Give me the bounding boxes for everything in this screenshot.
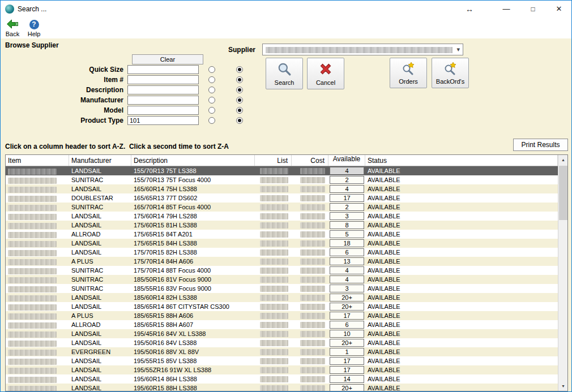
column-header-description[interactable]: Description: [131, 155, 255, 166]
table-row[interactable]: LANDSAIL195/50R16 84V LS38820+AVAILABLE: [6, 338, 558, 347]
table-row[interactable]: LANDSAIL195/60R14 86H LS38814AVAILABLE: [6, 374, 558, 384]
field-input[interactable]: [127, 65, 199, 74]
radio-left[interactable]: [208, 107, 215, 114]
column-header-item[interactable]: Item: [6, 155, 69, 166]
table-row[interactable]: LANDSAIL195/55R15 85V LS38817AVAILABLE: [6, 356, 558, 365]
backorders-button[interactable]: BackOrd's: [432, 58, 469, 88]
table-row[interactable]: SUNITRAC185/55R16 83V Focus 90003AVAILAB…: [6, 284, 558, 293]
redacted-block: [300, 195, 325, 201]
table-row[interactable]: DOUBLESTAR165/65R13 77T DS60217AVAILABLE: [6, 193, 558, 203]
cost-cell-redacted: [292, 357, 328, 365]
table-row[interactable]: ALLROAD185/65R15 88H A6076AVAILABLE: [6, 320, 558, 329]
item-cell-redacted: [6, 303, 69, 311]
table-row[interactable]: EVERGREEN195/50R16 88V XL 88V1AVAILABLE: [6, 347, 558, 356]
status-cell: AVAILABLE: [365, 339, 558, 346]
column-header-available[interactable]: Available: [328, 155, 365, 166]
redacted-block: [8, 368, 57, 374]
maximize-button[interactable]: □: [526, 3, 540, 15]
table-row[interactable]: LANDSAIL175/70R15 82H LS3886AVAILABLE: [6, 248, 558, 257]
status-cell: AVAILABLE: [365, 312, 558, 319]
table-row[interactable]: SUNITRAC175/70R14 88T Focus 40004AVAILAB…: [6, 266, 558, 275]
cost-cell-redacted: [292, 176, 328, 184]
redacted-block: [260, 277, 288, 283]
table-row[interactable]: LANDSAIL175/60R15 81H LS3888AVAILABLE: [6, 221, 558, 230]
list-cell-redacted: [255, 195, 292, 202]
form-field-row: Manufacturer: [1, 95, 267, 105]
available-count: 18: [330, 239, 364, 247]
table-row[interactable]: ALLROAD175/65R15 84T A2015AVAILABLE: [6, 230, 558, 239]
redacted-block: [260, 349, 288, 355]
field-label: Description: [1, 86, 127, 94]
cancel-button[interactable]: Cancel: [307, 58, 344, 89]
print-results-button[interactable]: Print Results: [513, 139, 568, 151]
radio-right[interactable]: [236, 76, 243, 83]
column-header-status[interactable]: Status: [365, 155, 558, 166]
table-row[interactable]: LANDSAIL175/60R14 79H LS2883AVAILABLE: [6, 212, 558, 221]
table-row[interactable]: LANDSAIL155/70R13 75T LS3884AVAILABLE: [6, 166, 558, 175]
column-header-manufacturer[interactable]: Manufacturer: [69, 155, 131, 166]
redacted-block: [300, 213, 325, 219]
back-button[interactable]: Back: [2, 19, 23, 38]
table-row[interactable]: SUNITRAC165/70R14 85T Focus 40002AVAILAB…: [6, 203, 558, 212]
list-cell-redacted: [255, 330, 292, 338]
field-input[interactable]: [127, 75, 199, 84]
redacted-block: [260, 313, 288, 319]
scroll-thumb[interactable]: [559, 166, 567, 220]
manufacturer-cell: LANDSAIL: [69, 240, 131, 247]
search-icon: [277, 62, 292, 77]
column-header-list[interactable]: List: [255, 155, 292, 166]
help-button[interactable]: ? Help: [23, 19, 45, 38]
cost-cell-redacted: [292, 376, 328, 383]
radio-right[interactable]: [236, 107, 243, 114]
redacted-block: [8, 313, 57, 320]
available-cell: 18: [328, 239, 365, 247]
table-row[interactable]: LANDSAIL195/60R15 88H LS38820+AVAILABLE: [6, 384, 558, 391]
radio-right[interactable]: [236, 66, 243, 73]
back-label: Back: [2, 31, 23, 37]
radio-right[interactable]: [236, 97, 243, 104]
table-row[interactable]: LANDSAIL195/45R16 84V XL LS38810AVAILABL…: [6, 329, 558, 338]
dock-arrows-icon[interactable]: ↔: [462, 3, 477, 15]
radio-left[interactable]: [208, 76, 215, 83]
radio-left[interactable]: [208, 117, 215, 124]
table-row[interactable]: LANDSAIL165/60R14 75H LS3884AVAILABLE: [6, 184, 558, 193]
available-cell: 17: [328, 194, 365, 202]
field-input[interactable]: [127, 96, 199, 105]
description-cell: 185/60R14 82H LS388: [131, 294, 255, 301]
table-row[interactable]: A PLUS175/70R14 84H A60613AVAILABLE: [6, 257, 558, 266]
scroll-down-icon[interactable]: ▼: [558, 381, 568, 391]
field-input[interactable]: [127, 116, 199, 125]
clear-button[interactable]: Clear: [132, 54, 203, 64]
table-row[interactable]: A PLUS185/65R15 88H A60617AVAILABLE: [6, 311, 558, 320]
table-row[interactable]: LANDSAIL195/55ZR16 91W XL LS38817AVAILAB…: [6, 365, 558, 374]
table-row[interactable]: LANDSAIL185/65R14 86T CITYSTAR CS30020+A…: [6, 302, 558, 311]
orders-button[interactable]: Orders: [390, 58, 427, 88]
radio-left[interactable]: [208, 66, 215, 73]
redacted-block: [300, 249, 325, 256]
redacted-block: [8, 259, 57, 265]
close-button[interactable]: ✕: [552, 3, 566, 15]
field-input[interactable]: [127, 106, 199, 115]
redacted-block: [300, 204, 325, 210]
table-row[interactable]: SUNITRAC155/70R13 75T Focus 40002AVAILAB…: [6, 175, 558, 184]
available-cell: 20+: [328, 294, 365, 301]
scroll-up-icon[interactable]: ▲: [558, 155, 568, 165]
item-cell-redacted: [6, 348, 69, 356]
field-input[interactable]: [127, 85, 199, 94]
supplier-dropdown[interactable]: ▾: [262, 44, 463, 55]
available-count: 17: [330, 194, 364, 202]
search-button[interactable]: Search: [266, 58, 303, 89]
cost-cell-redacted: [292, 276, 328, 283]
vertical-scrollbar[interactable]: ▲ ▼: [558, 155, 567, 391]
radio-right[interactable]: [236, 87, 243, 93]
table-row[interactable]: SUNITRAC185/50R16 81V Focus 90004AVAILAB…: [6, 275, 558, 284]
radio-left[interactable]: [208, 87, 215, 93]
app-icon: [5, 5, 14, 14]
column-header-cost[interactable]: Cost: [292, 155, 328, 166]
table-row[interactable]: LANDSAIL175/65R15 84H LS38818AVAILABLE: [6, 239, 558, 248]
radio-left[interactable]: [208, 97, 215, 104]
manufacturer-cell: LANDSAIL: [69, 376, 131, 382]
table-row[interactable]: LANDSAIL185/60R14 82H LS38820+AVAILABLE: [6, 293, 558, 302]
radio-right[interactable]: [236, 117, 243, 124]
minimize-button[interactable]: —: [499, 3, 514, 15]
